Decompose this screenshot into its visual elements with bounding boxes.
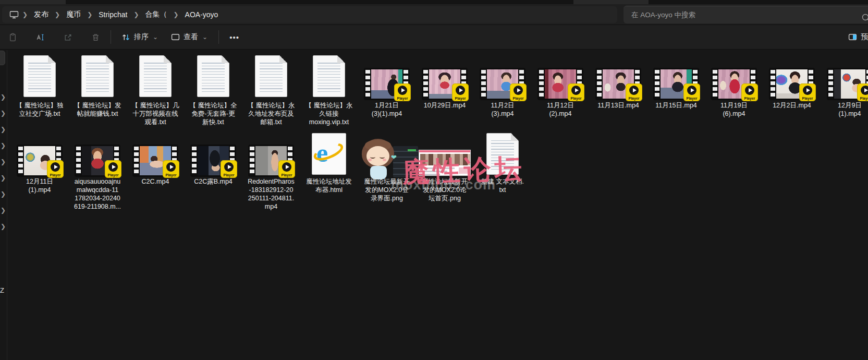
- file-label[interactable]: 魔性论坛地址发 布器.html: [300, 177, 358, 194]
- page-fold-corner: [337, 55, 345, 63]
- txt-file-icon[interactable]: [81, 55, 114, 97]
- video-thumbnail[interactable]: Player: [595, 68, 641, 100]
- video-thumbnail[interactable]: Player: [653, 68, 699, 100]
- file-label[interactable]: 【 魔性论坛】几 十万部视频在线 观看.txt: [126, 101, 185, 126]
- player-badge-label: Player: [163, 173, 179, 177]
- player-badge-label: Player: [626, 97, 642, 100]
- file-label[interactable]: 12月9日 (1).mp4: [821, 101, 868, 118]
- video-thumbnail[interactable]: Player: [769, 68, 815, 100]
- film-sprocket-holes: [76, 147, 81, 175]
- file-label[interactable]: 【 魔性论坛】永 久链接 moxing.vip.txt: [300, 101, 358, 126]
- play-triangle-icon: [112, 165, 116, 169]
- txt-file-icon[interactable]: [197, 55, 229, 97]
- film-sprocket-holes: [192, 147, 197, 175]
- video-thumbnail[interactable]: Player: [480, 68, 525, 100]
- page-fold-corner: [222, 55, 229, 63]
- play-triangle-icon: [54, 165, 58, 169]
- file-label[interactable]: 【 魔性论坛】发 帖就能赚钱.txt: [68, 101, 127, 118]
- film-sprocket-holes: [713, 70, 717, 98]
- video-thumbnail[interactable]: Player: [537, 68, 583, 100]
- play-triangle-icon: [286, 165, 289, 169]
- player-badge-label: Player: [857, 97, 868, 100]
- player-badge: Player: [741, 83, 758, 101]
- video-thumbnail[interactable]: Player: [17, 145, 63, 177]
- film-sprocket-holes: [771, 70, 775, 98]
- player-badge: Player: [394, 83, 411, 101]
- file-label[interactable]: 11月12日 (2).mp4: [531, 101, 590, 118]
- txt-file-icon[interactable]: [23, 55, 56, 97]
- player-badge-label: Player: [683, 97, 700, 100]
- player-badge: Player: [105, 160, 121, 178]
- play-triangle-icon: [401, 88, 405, 92]
- player-badge: Player: [510, 83, 527, 101]
- player-badge: Player: [452, 83, 469, 101]
- film-sprocket-holes: [539, 70, 544, 98]
- player-badge: Player: [568, 83, 584, 101]
- video-thumbnail[interactable]: Player: [827, 68, 868, 100]
- page-fold-corner: [279, 55, 287, 63]
- player-badge-label: Player: [394, 97, 411, 100]
- file-label[interactable]: 11月2日 (3).mp4: [473, 101, 532, 118]
- file-label[interactable]: aiqusauuooajnu malwqcdda-11 1782034-2024…: [68, 177, 127, 211]
- player-badge-label: Player: [510, 97, 527, 100]
- text-lines: [28, 61, 51, 92]
- play-triangle-icon: [633, 88, 637, 92]
- page-fold-corner: [48, 55, 56, 63]
- player-badge: Player: [626, 83, 642, 101]
- text-lines: [86, 61, 109, 92]
- play-triangle-icon: [864, 88, 868, 92]
- page-fold-corner: [106, 55, 114, 63]
- file-label[interactable]: 【 魔性论坛】永 久地址发布页及 邮箱.txt: [242, 101, 300, 126]
- play-triangle-icon: [749, 88, 752, 92]
- file-label[interactable]: C2C露B.mp4: [184, 177, 242, 186]
- player-badge: Player: [47, 160, 64, 178]
- play-triangle-icon: [517, 88, 521, 92]
- video-thumbnail[interactable]: Player: [190, 145, 236, 177]
- video-thumbnail[interactable]: Player: [132, 145, 178, 177]
- file-label[interactable]: 11月19日 (6).mp4: [705, 101, 763, 118]
- text-lines: [317, 61, 340, 92]
- file-label[interactable]: 10月29日.mp4: [415, 101, 474, 110]
- txt-file-icon[interactable]: [139, 55, 172, 97]
- video-thumbnail[interactable]: Player: [711, 68, 757, 100]
- player-badge: Player: [221, 160, 237, 178]
- player-badge-label: Player: [47, 173, 64, 177]
- film-sprocket-holes: [655, 70, 659, 98]
- video-thumbnail[interactable]: Player: [75, 145, 120, 177]
- film-sprocket-holes: [134, 147, 139, 175]
- heart-clip-icon: ❤: [391, 153, 397, 161]
- film-sprocket-holes: [250, 147, 254, 175]
- player-badge-label: Player: [221, 173, 237, 177]
- player-badge-label: Player: [105, 173, 121, 177]
- txt-file-icon[interactable]: [313, 55, 345, 97]
- video-thumbnail[interactable]: Player: [248, 145, 294, 177]
- file-label[interactable]: C2C.mp4: [126, 177, 185, 186]
- file-label[interactable]: 【 魔性论坛】独 立社交广场.txt: [10, 101, 69, 118]
- play-triangle-icon: [459, 88, 463, 92]
- text-lines: [202, 61, 225, 92]
- file-label[interactable]: 11月13日.mp4: [589, 101, 647, 110]
- file-label[interactable]: RedolentPharos -183182912-20 250111-2048…: [242, 177, 300, 211]
- player-badge: Player: [683, 83, 700, 101]
- html-file-icon-ie[interactable]: e: [312, 133, 346, 175]
- player-badge-label: Player: [452, 97, 469, 100]
- file-label[interactable]: 12月2日.mp4: [763, 101, 821, 110]
- player-badge-label: Player: [799, 97, 816, 100]
- watermark-title: 魔性论坛: [402, 150, 526, 191]
- file-label[interactable]: 1月21日 (3)(1).mp4: [358, 101, 416, 118]
- video-thumbnail[interactable]: Player: [364, 68, 410, 100]
- text-lines: [144, 61, 167, 92]
- play-triangle-icon: [806, 88, 810, 92]
- video-thumbnail[interactable]: Player: [422, 68, 468, 100]
- play-triangle-icon: [691, 88, 694, 92]
- txt-file-icon[interactable]: [255, 55, 287, 97]
- page-fold-corner: [164, 55, 172, 63]
- file-label[interactable]: 11月15日.mp4: [647, 101, 705, 110]
- file-explorer-window: ❯ 发布❯魔币❯Stripchat❯合集（❯AOA-yoyo 在 AOA-yoy…: [0, 0, 868, 360]
- file-label[interactable]: 【 魔性论坛】全 免费-无套路-更 新快.txt: [184, 101, 242, 126]
- play-triangle-icon: [170, 165, 174, 169]
- player-badge-label: Player: [568, 97, 584, 100]
- file-label[interactable]: 12月11日 (1).mp4: [10, 177, 69, 194]
- girl-blush: [368, 159, 372, 161]
- app-green-bar: [408, 149, 416, 151]
